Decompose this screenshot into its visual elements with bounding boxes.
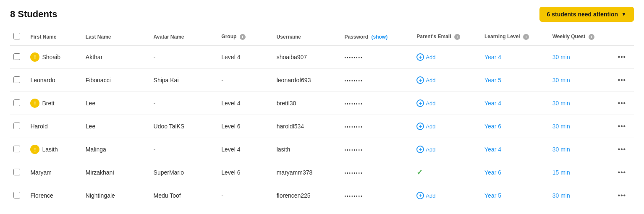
learning-level-value[interactable]: Year 4 [484,54,501,60]
col-username: Username [273,29,341,45]
row-checkbox[interactable] [13,53,20,60]
last-name-cell: Patel [82,207,150,214]
learning-level-value[interactable]: Year 4 [484,100,501,107]
add-email-label: Add [426,77,435,84]
col-first-name: First Name [27,29,82,45]
weekly-quest-value[interactable]: 30 min [552,54,570,60]
learning-level-value[interactable]: Year 4 [484,146,501,153]
add-email-label: Add [426,54,435,60]
weekly-quest-value[interactable]: 30 min [552,77,570,84]
plus-circle-icon: + [416,123,424,130]
table-row: HaroldLeeUdoo TalKSLevel 6haroldl534••••… [10,115,634,138]
more-actions-button[interactable]: ••• [616,144,628,155]
first-name-text: Lasith [42,146,58,153]
add-email-button[interactable]: +Add [416,76,435,84]
learning-level-label: Learning Level [484,34,520,39]
first-name-text: Florence [30,192,53,199]
weekly-quest-info-icon: i [589,34,594,40]
row-checkbox[interactable] [13,76,20,83]
password-show-link[interactable]: (show) [371,34,387,40]
row-checkbox[interactable] [13,169,20,175]
learning-level-value[interactable]: Year 6 [484,169,501,176]
group-cell: Level 4 [218,45,273,69]
last-name-cell: Akthar [82,45,150,69]
learning-level-value[interactable]: Year 6 [484,123,501,130]
more-actions-cell: ••• [613,92,634,115]
first-name-text: Maryam [30,169,52,176]
page-header: 8 Students 6 students need attention ▼ [10,7,634,22]
username-cell: lasith [273,138,341,161]
add-email-button[interactable]: +Add [416,53,435,61]
learning-level-cell: Year 4 [481,138,549,161]
weekly-quest-cell: 30 min [549,184,613,207]
students-table: First Name Last Name Avatar Name Group i… [10,29,634,214]
add-email-label: Add [426,100,435,107]
more-actions-button[interactable]: ••• [616,121,628,132]
weekly-quest-cell: 30 min [549,115,613,138]
more-actions-cell: ••• [613,138,634,161]
avatar-name-cell: - [150,92,218,115]
avatar-name-cell: Shipa Kai [150,69,218,92]
weekly-quest-value[interactable]: 30 min [552,146,570,153]
username-cell: kumarp202 [273,207,341,214]
learning-level-cell: Year 4 [481,45,549,69]
row-checkbox[interactable] [13,99,20,106]
first-name-cell: !Lasith [27,138,82,161]
last-name-cell: Mirzakhani [82,161,150,184]
row-checkbox-cell [10,115,27,138]
learning-level-cell: Year 5 [481,69,549,92]
attention-button[interactable]: 6 students need attention ▼ [539,7,634,22]
more-actions-cell: ••• [613,45,634,69]
weekly-quest-cell: 30 min [549,69,613,92]
last-name-cell: Fibonacci [82,69,150,92]
password-dots: •••••••• [344,55,363,60]
avatar-name-label: Avatar Name [154,34,184,40]
more-actions-button[interactable]: ••• [616,167,628,178]
weekly-quest-value[interactable]: 30 min [552,100,570,107]
avatar-name-cell: - [150,45,218,69]
learning-level-cell: Year 5 [481,184,549,207]
learning-level-cell: Year 6 [481,161,549,184]
add-email-button[interactable]: +Add [416,146,435,153]
parent-email-info-icon: i [454,34,460,40]
table-row: MaryamMirzakhaniSuperMarioLevel 6maryamm… [10,161,634,184]
last-name-cell: Nightingale [82,184,150,207]
select-all-checkbox[interactable] [13,33,20,39]
username-cell: haroldl534 [273,115,341,138]
group-label: Group [221,34,236,39]
parent-email-cell: ✓ [413,161,481,184]
email-checkmark-icon: ✓ [416,168,423,177]
more-actions-button[interactable]: ••• [616,52,628,63]
password-cell: •••••••• [341,207,413,214]
warning-icon: ! [30,145,39,154]
more-actions-button[interactable]: ••• [616,98,628,109]
more-actions-button[interactable]: ••• [616,190,628,201]
row-checkbox[interactable] [13,123,20,129]
learning-level-value[interactable]: Year 5 [484,77,501,84]
first-name-cell: !Brett [27,92,82,115]
username-cell: maryamm378 [273,161,341,184]
weekly-quest-value[interactable]: 30 min [552,192,570,199]
table-row: FlorenceNightingaleMedu Toof-florencen22… [10,184,634,207]
more-actions-button[interactable]: ••• [616,75,628,86]
add-email-button[interactable]: +Add [416,99,435,107]
learning-level-value[interactable]: Year 5 [484,192,501,199]
row-checkbox[interactable] [13,146,20,152]
add-email-button[interactable]: +Add [416,192,435,199]
col-password: Password (show) [341,29,413,45]
group-cell: Level 4 [218,138,273,161]
parent-email-cell: +Add [413,184,481,207]
last-name-cell: Malinga [82,138,150,161]
col-parent-email: Parent's Email i [413,29,481,45]
learning-level-cell: Year 6 [481,207,549,214]
weekly-quest-value[interactable]: 30 min [552,123,570,130]
weekly-quest-value[interactable]: 15 min [552,169,570,176]
row-checkbox[interactable] [13,192,20,198]
col-group: Group i [218,29,273,45]
password-cell: •••••••• [341,115,413,138]
col-weekly-quest: Weekly Quest i [549,29,613,45]
add-email-button[interactable]: +Add [416,123,435,130]
col-actions [613,29,634,45]
plus-circle-icon: + [416,99,424,107]
row-checkbox-cell [10,207,27,214]
